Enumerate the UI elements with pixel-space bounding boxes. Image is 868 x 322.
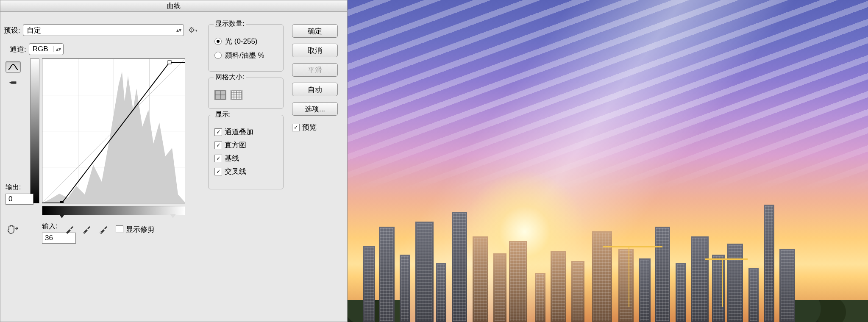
preview-image (348, 0, 868, 322)
curve-point-tool[interactable] (6, 61, 21, 73)
grid-size-group: 网格大小: (208, 78, 284, 109)
eyedropper-black-button[interactable] (65, 225, 74, 234)
grid-fine-button[interactable] (231, 90, 242, 100)
dialog-title: 曲线 (0, 0, 347, 12)
grid-16-icon (231, 90, 242, 100)
svg-point-2 (100, 232, 102, 233)
grid-4-icon (215, 90, 226, 100)
curve-content (42, 59, 185, 203)
preset-label: 预设: (4, 25, 20, 35)
output-gradient-bar[interactable] (30, 58, 39, 203)
channel-overlay-checkbox[interactable]: ✓通道叠加 (214, 127, 277, 137)
checkbox-on-icon: ✓ (214, 142, 222, 149)
dialog-body: 预设: 自定 ▴▾ ⚙▾ 通道: RGB ▴▾ (0, 11, 347, 322)
eyedropper-white-button[interactable] (99, 225, 108, 234)
show-clipping-checkbox[interactable]: 显示修剪 (116, 225, 155, 234)
curve-icon (8, 64, 18, 70)
preset-dropdown[interactable]: 自定 ▴▾ (23, 24, 184, 36)
curve-point-black[interactable] (60, 201, 64, 203)
preset-row: 预设: 自定 ▴▾ ⚙▾ (4, 24, 197, 36)
grid-coarse-button[interactable] (214, 90, 226, 100)
channel-value: RGB (29, 45, 53, 53)
display-amount-legend: 显示数量: (214, 19, 246, 28)
hand-icon (6, 224, 19, 234)
preview-label: 预览 (302, 122, 317, 132)
cloud-streaks (348, 0, 868, 193)
channel-label: 通道: (10, 44, 26, 54)
cancel-button[interactable]: 取消 (292, 44, 338, 57)
preset-gear-button[interactable]: ⚙▾ (188, 25, 197, 35)
channel-row: 通道: RGB ▴▾ (10, 43, 64, 55)
output-field[interactable]: 0 (6, 194, 33, 205)
checkbox-on-icon: ✓ (214, 168, 222, 175)
curve-point-white[interactable] (168, 61, 171, 64)
display-options-group: 显示: ✓通道叠加 ✓直方图 ✓基线 ✓交叉线 (208, 115, 284, 189)
auto-button[interactable]: 自动 (292, 83, 338, 96)
display-options-legend: 显示: (214, 110, 232, 119)
amount-pigment-radio[interactable]: 颜料/油墨 % (214, 50, 277, 60)
eyedropper-gray-button[interactable] (82, 225, 91, 234)
histogram-checkbox[interactable]: ✓直方图 (214, 140, 277, 150)
smooth-button[interactable]: 平滑 (292, 63, 338, 77)
checkbox-icon (116, 225, 123, 233)
preview-checkbox[interactable]: ✓ 预览 (292, 122, 317, 132)
baseline-checkbox[interactable]: ✓基线 (214, 153, 277, 163)
intersection-checkbox[interactable]: ✓交叉线 (214, 167, 277, 176)
dialog-actions: 确定 取消 平滑 自动 选项... (292, 24, 338, 116)
checkbox-on-icon: ✓ (214, 155, 222, 162)
chevron-up-down-icon: ▴▾ (174, 27, 184, 33)
checkbox-on-icon: ✓ (292, 124, 300, 131)
curve-draw-tool[interactable] (6, 77, 20, 88)
radio-on-icon (214, 38, 222, 45)
in-image-adjust-tool[interactable] (6, 223, 20, 235)
dropdown-caret-icon: ▾ (195, 28, 198, 33)
curve-tools (6, 61, 21, 88)
gear-icon: ⚙ (188, 26, 195, 34)
city-skyline (348, 200, 868, 322)
amount-light-radio[interactable]: 光 (0-255) (214, 36, 277, 46)
display-amount-group: 显示数量: 光 (0-255) 颜料/油墨 % (208, 24, 284, 72)
options-button[interactable]: 选项... (292, 102, 338, 116)
grid-size-legend: 网格大小: (214, 73, 246, 82)
chevron-up-down-icon: ▴▾ (53, 46, 63, 52)
show-clipping-label: 显示修剪 (126, 225, 155, 234)
radio-off-icon (214, 52, 222, 59)
white-point-slider[interactable] (170, 214, 176, 218)
output-field-group: 输出: 0 (6, 183, 35, 205)
curve-grid[interactable] (42, 58, 185, 203)
svg-point-1 (83, 232, 85, 233)
preset-value: 自定 (23, 25, 174, 35)
pencil-icon (8, 78, 18, 88)
output-label: 输出: (6, 183, 35, 192)
ok-button[interactable]: 确定 (292, 24, 338, 38)
channel-dropdown[interactable]: RGB ▴▾ (29, 43, 64, 55)
bottom-tool-row: 显示修剪 (6, 223, 155, 235)
checkbox-on-icon: ✓ (214, 128, 222, 136)
curves-dialog: 曲线 预设: 自定 ▴▾ ⚙▾ 通道: RGB ▴▾ (0, 0, 348, 322)
black-point-slider[interactable] (59, 214, 65, 218)
